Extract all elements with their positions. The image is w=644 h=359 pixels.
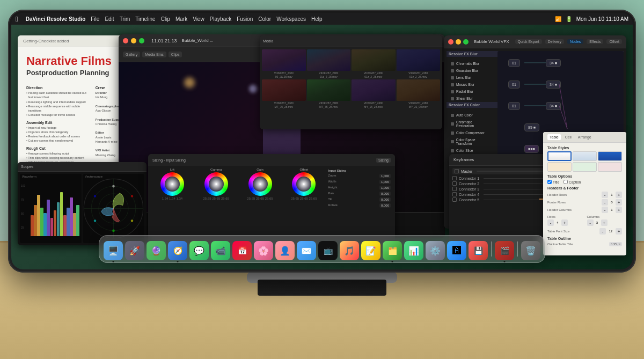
node-2[interactable]: 01 [508, 80, 520, 89]
effects-tab[interactable]: Effects [587, 39, 603, 44]
close-button[interactable] [123, 38, 128, 43]
menu-help[interactable]: Help [311, 16, 323, 22]
quick-export-btn[interactable]: Quick Export [515, 39, 542, 44]
font-minus[interactable]: - [599, 228, 606, 235]
blur-item-5[interactable]: Radial Blur [447, 88, 495, 95]
gamma-wheel[interactable] [204, 172, 228, 196]
menu-trim[interactable]: Trim [120, 16, 130, 22]
node-4[interactable]: 34 ■ [546, 59, 561, 67]
dock-davinci[interactable]: 🎬 [495, 241, 514, 260]
thumb-2[interactable]: VID90287_2480 01z_2_28.mov [307, 49, 351, 78]
node-6[interactable]: 34 ■ [546, 102, 561, 110]
dock-diskdrill[interactable]: 💾 [469, 241, 488, 260]
blur-item-4[interactable]: Mosaic Blur [447, 81, 495, 88]
dock-facetime[interactable]: 📹 [211, 241, 230, 260]
table-style-2[interactable] [573, 151, 597, 161]
gain-wheel[interactable] [248, 172, 272, 196]
blur-item-6[interactable]: Shear Blur [447, 95, 495, 102]
dock-files[interactable]: 🗂️ [383, 241, 402, 260]
dock-launchpad[interactable]: 🚀 [125, 241, 144, 260]
node-5[interactable]: 34 ■ [546, 80, 561, 89]
color-item-1[interactable]: Auto Color [447, 112, 495, 119]
conn3-checkbox[interactable] [452, 187, 457, 191]
menu-mark[interactable]: Mark [175, 16, 187, 22]
color-mode-btn[interactable]: Sizing [376, 158, 391, 163]
master-checkbox[interactable] [455, 169, 459, 173]
outline-value[interactable]: 0.35 pt [609, 242, 622, 246]
table-tab[interactable]: Table [547, 134, 561, 140]
thumb-1[interactable]: VID90287_2480 00_2&.28.mov [262, 49, 306, 78]
delivery-btn[interactable]: Delivery [545, 39, 564, 44]
thumb-8[interactable]: VID90287_2480 MY_21_00.mov [397, 79, 441, 108]
dock-messages[interactable]: 💬 [189, 241, 209, 260]
conn1-checkbox[interactable] [452, 176, 457, 180]
color-item-5[interactable]: Color Slice [447, 147, 495, 154]
node-7[interactable]: 89 ■ [524, 123, 539, 131]
menu-workspaces[interactable]: Workspaces [276, 16, 306, 22]
table-style-3[interactable] [598, 151, 622, 161]
table-style-1[interactable] [547, 151, 572, 161]
dock-notes[interactable]: 📝 [361, 241, 380, 260]
thumb-3[interactable]: VID90287_2480 01z_2_28.mov [352, 49, 396, 78]
dock-safari[interactable]: 🧭 [168, 241, 187, 260]
menu-color[interactable]: Color [258, 16, 271, 22]
dock-trash[interactable]: 🗑️ [521, 241, 540, 260]
conn4-checkbox[interactable] [452, 192, 457, 196]
rows-plus[interactable]: + [561, 219, 568, 226]
header-columns-plus[interactable]: + [616, 207, 622, 213]
conn5-checkbox[interactable] [452, 197, 457, 202]
zoom-value[interactable]: 1,000 [379, 174, 391, 178]
height-value[interactable]: 1,000 [379, 186, 391, 190]
menu-clip[interactable]: Clip [161, 16, 170, 22]
lift-wheel[interactable] [160, 172, 184, 196]
menu-file[interactable]: File [91, 16, 99, 22]
apple-menu[interactable]:  [16, 15, 18, 23]
thumb-6[interactable]: VID90287_2480 MT_75_28.mov [307, 79, 351, 108]
rows-minus[interactable]: - [547, 219, 554, 226]
blur-item-2[interactable]: Gaussian Blur [447, 67, 495, 74]
node-8[interactable]: ■■■ [524, 145, 539, 153]
title-checkbox[interactable] [547, 180, 552, 184]
dock-contacts[interactable]: 👤 [275, 241, 295, 260]
cols-plus[interactable]: + [601, 219, 608, 226]
rotate-value[interactable]: 0,000 [379, 203, 391, 208]
arrange-tab[interactable]: Arrange [576, 134, 594, 140]
minimize-button[interactable] [131, 38, 136, 43]
dock-siri[interactable]: 🔮 [147, 241, 166, 260]
dock-finder[interactable]: 🖥️ [104, 241, 123, 260]
font-plus[interactable]: + [616, 228, 622, 235]
thumb-7[interactable]: VID90287_2480 MY_15_28.mov [352, 79, 396, 108]
node-min[interactable] [456, 39, 461, 45]
thumb-5[interactable]: VID90287_2480 MT_75_28.mov [262, 79, 306, 108]
color-item-2[interactable]: Chromatic Restoration [447, 119, 495, 129]
maximize-button[interactable] [139, 38, 144, 43]
blur-item-1[interactable]: Chromatic Blur [447, 60, 495, 67]
dock-appstore[interactable]: 🅰 [447, 241, 466, 260]
menu-timeline[interactable]: Timeline [135, 16, 155, 22]
nodes-tab[interactable]: Nodes [567, 39, 583, 44]
dock-music[interactable]: 🎵 [340, 241, 359, 260]
blur-item-3[interactable]: Lens Blur [447, 74, 495, 81]
dock-mail[interactable]: ✉️ [297, 241, 316, 260]
menu-playback[interactable]: Playback [210, 16, 232, 22]
dock-photos[interactable]: 🌸 [254, 241, 273, 260]
thumb-4[interactable]: VID90287_2480 01z_2_28.mov [397, 49, 441, 78]
clips-btn[interactable]: Clips [169, 52, 182, 57]
color-item-3[interactable]: Color Compressor [447, 129, 495, 136]
table-style-6[interactable] [598, 162, 622, 172]
footer-rows-plus[interactable]: + [616, 199, 622, 206]
dock-calendar[interactable]: 📅 [232, 241, 252, 260]
offset-wheel[interactable] [292, 172, 316, 196]
node-max[interactable] [463, 39, 469, 45]
width-value[interactable]: 1,000 [379, 180, 391, 184]
table-style-5[interactable] [573, 162, 597, 172]
menu-fusion[interactable]: Fusion [237, 16, 253, 22]
menu-edit[interactable]: Edit [105, 16, 114, 22]
cell-tab[interactable]: Cell [563, 134, 574, 140]
tilt-value[interactable]: 0,000 [379, 197, 391, 202]
conn2-checkbox[interactable] [452, 181, 457, 186]
node-3[interactable]: 01 [508, 102, 520, 110]
media-bins-btn[interactable]: Media Bins [142, 52, 166, 57]
table-style-4[interactable] [547, 162, 572, 172]
caption-checkbox[interactable] [564, 180, 568, 184]
